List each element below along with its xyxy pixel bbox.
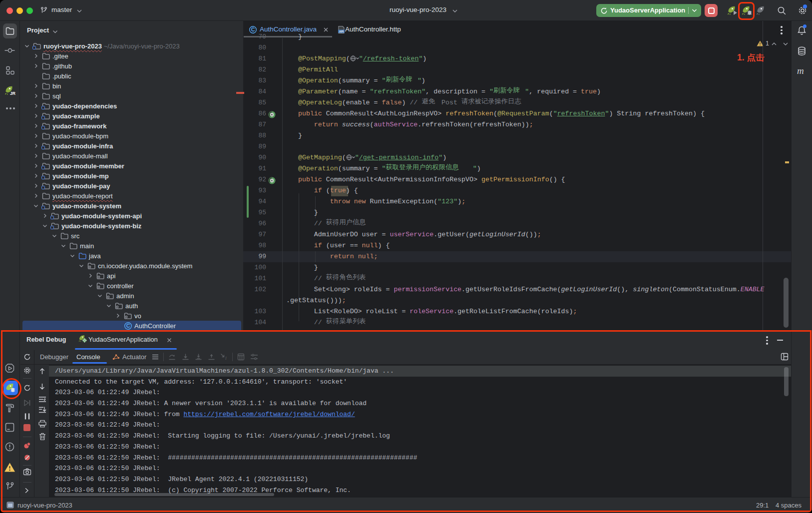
- svg-text:JR: JR: [10, 91, 15, 96]
- svg-text:C: C: [126, 323, 130, 329]
- svg-text:API: API: [339, 30, 344, 33]
